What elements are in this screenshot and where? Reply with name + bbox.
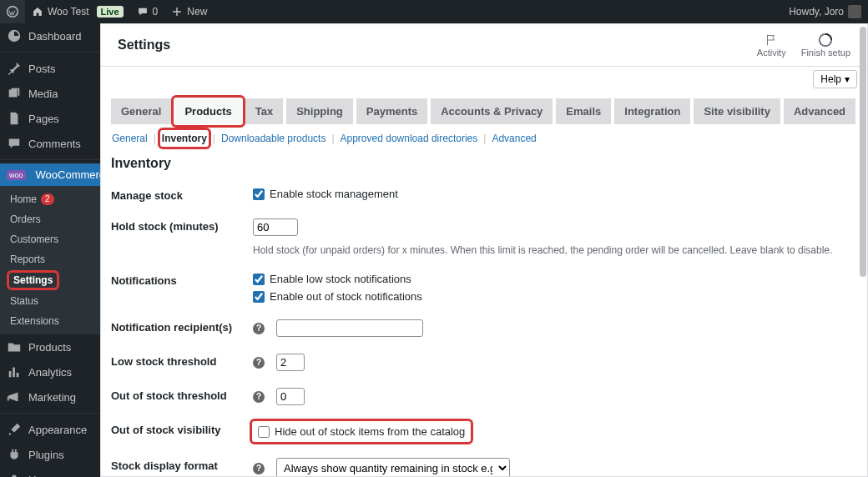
hold-stock-input[interactable] (253, 218, 298, 236)
recipients-input[interactable] (276, 319, 423, 337)
menu-media[interactable]: Media (0, 81, 100, 106)
manage-stock-checkbox-label[interactable]: Enable stock management (253, 188, 857, 200)
out-stock-notif-checkbox[interactable] (253, 291, 265, 303)
tab-general[interactable]: General (111, 98, 171, 124)
tab-site-visibility[interactable]: Site visibility (694, 98, 780, 124)
settings-tabs: General Products Tax Shipping Payments A… (101, 98, 867, 124)
avatar-icon (848, 5, 861, 18)
menu-users[interactable]: Users (0, 467, 100, 477)
tab-shipping[interactable]: Shipping (286, 98, 353, 124)
low-thresh-input[interactable] (276, 354, 305, 371)
content-area: Settings Activity Finish setup Help ▾ Ge… (100, 23, 868, 477)
menu-woocommerce[interactable]: woo WooCommerce (0, 163, 100, 186)
sub-settings[interactable]: Settings (0, 269, 100, 291)
dashboard-icon (7, 28, 22, 43)
brush-icon (7, 422, 22, 437)
woo-icon: woo (7, 170, 26, 180)
label-oos-visibility: Out of stock visibility (111, 422, 253, 436)
help-button[interactable]: Help ▾ (813, 70, 857, 88)
inventory-form: Manage stock Enable stock management Hol… (101, 179, 867, 477)
display-format-select[interactable]: Always show quantity remaining in stock … (276, 458, 510, 477)
sub-extensions[interactable]: Extensions (0, 311, 100, 331)
wp-logo[interactable] (0, 0, 25, 23)
howdy-text: Howdy, Joro (789, 6, 844, 18)
howdy-link[interactable]: Howdy, Joro (782, 0, 868, 23)
label-display-format: Stock display format (111, 458, 253, 472)
comments-link[interactable]: 0 (130, 0, 165, 23)
new-link[interactable]: New (164, 0, 214, 23)
svg-point-0 (8, 7, 18, 18)
label-recipients: Notification recipient(s) (111, 321, 232, 334)
subtab-inventory[interactable]: Inventory (161, 131, 208, 146)
subtab-downloadable[interactable]: Downloadable products (220, 131, 326, 146)
pin-icon (7, 61, 22, 76)
plus-icon (171, 6, 183, 18)
subtab-approved[interactable]: Approved download directories (340, 131, 479, 146)
out-thresh-input[interactable] (276, 388, 305, 405)
menu-pages[interactable]: Pages (0, 106, 100, 131)
chevron-down-icon: ▾ (845, 73, 850, 85)
tab-advanced[interactable]: Advanced (784, 98, 855, 124)
folder-icon (7, 339, 22, 354)
label-manage-stock: Manage stock (111, 188, 253, 202)
out-stock-notif-label[interactable]: Enable out of stock notifications (253, 290, 857, 303)
help-tip-icon[interactable]: ? (253, 463, 265, 474)
comments-count: 0 (153, 6, 159, 18)
home-count-badge: 2 (41, 193, 54, 205)
home-icon (32, 6, 43, 18)
finish-setup-button[interactable]: Finish setup (801, 33, 850, 58)
scrollbar-thumb[interactable] (860, 27, 866, 277)
site-name-link[interactable]: Woo Test Live (25, 0, 130, 23)
menu-plugins[interactable]: Plugins (0, 442, 100, 467)
label-out-thresh: Out of stock threshold (111, 388, 253, 402)
sub-orders[interactable]: Orders (0, 209, 100, 229)
admin-bar: Woo Test Live 0 New Howdy, Joro (0, 0, 868, 23)
menu-dashboard[interactable]: Dashboard (0, 23, 100, 48)
plug-icon (7, 447, 22, 462)
subtab-general[interactable]: General (111, 131, 149, 146)
wordpress-icon (7, 6, 18, 18)
menu-products[interactable]: Products (0, 334, 100, 359)
tab-integration[interactable]: Integration (614, 98, 690, 124)
media-icon (7, 86, 22, 101)
sub-customers[interactable]: Customers (0, 229, 100, 249)
comment-icon (7, 136, 22, 151)
hide-oos-label[interactable]: Hide out of stock items from the catalog (253, 422, 470, 441)
tab-emails[interactable]: Emails (556, 98, 611, 124)
subtab-advanced[interactable]: Advanced (491, 131, 537, 146)
tab-accounts[interactable]: Accounts & Privacy (431, 98, 553, 124)
low-stock-notif-label[interactable]: Enable low stock notifications (253, 273, 857, 285)
sub-status[interactable]: Status (0, 291, 100, 311)
product-subtabs: General | Inventory | Downloadable produ… (101, 124, 867, 151)
sub-reports[interactable]: Reports (0, 249, 100, 269)
hold-stock-desc: Hold stock (for unpaid orders) for x min… (253, 244, 857, 256)
tab-tax[interactable]: Tax (245, 98, 283, 124)
scrollbar[interactable] (860, 27, 866, 475)
help-tip-icon[interactable]: ? (253, 323, 265, 334)
woo-submenu: Home 2 Orders Customers Reports Settings… (0, 186, 100, 334)
manage-stock-checkbox[interactable] (253, 188, 265, 200)
site-name: Woo Test (48, 6, 89, 18)
comment-icon (137, 6, 149, 18)
sub-home[interactable]: Home 2 (0, 189, 100, 209)
menu-analytics[interactable]: Analytics (0, 359, 100, 384)
admin-sidebar: Dashboard Posts Media Pages Comments woo… (0, 23, 100, 477)
activity-button[interactable]: Activity (757, 33, 786, 58)
help-tip-icon[interactable]: ? (253, 391, 265, 403)
menu-comments[interactable]: Comments (0, 131, 100, 156)
menu-posts[interactable]: Posts (0, 56, 100, 81)
menu-appearance[interactable]: Appearance (0, 417, 100, 442)
tab-products[interactable]: Products (174, 98, 241, 124)
label-notifications: Notifications (111, 273, 253, 287)
help-tip-icon[interactable]: ? (253, 357, 265, 369)
label-low-thresh: Low stock threshold (111, 354, 253, 368)
megaphone-icon (7, 389, 22, 404)
hide-oos-checkbox[interactable] (258, 426, 270, 438)
progress-icon (818, 33, 833, 48)
menu-marketing[interactable]: Marketing (0, 384, 100, 409)
label-hold-stock: Hold stock (minutes) (111, 218, 253, 233)
new-label: New (187, 6, 207, 18)
low-stock-notif-checkbox[interactable] (253, 274, 265, 285)
chart-icon (7, 364, 22, 379)
tab-payments[interactable]: Payments (356, 98, 427, 124)
